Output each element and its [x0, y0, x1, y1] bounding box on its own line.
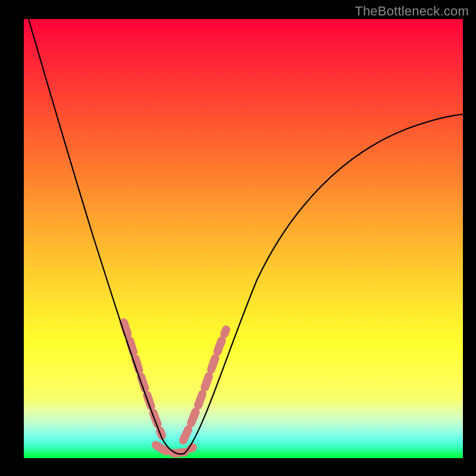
- watermark-text: TheBottleneck.com: [355, 4, 469, 19]
- curve-svg: [24, 19, 463, 458]
- marker-right-ascent: [183, 330, 226, 440]
- marker-left-descent: [124, 322, 162, 436]
- bottleneck-curve: [29, 19, 463, 454]
- plot-area: [24, 19, 463, 458]
- chart-frame: TheBottleneck.com: [0, 0, 476, 476]
